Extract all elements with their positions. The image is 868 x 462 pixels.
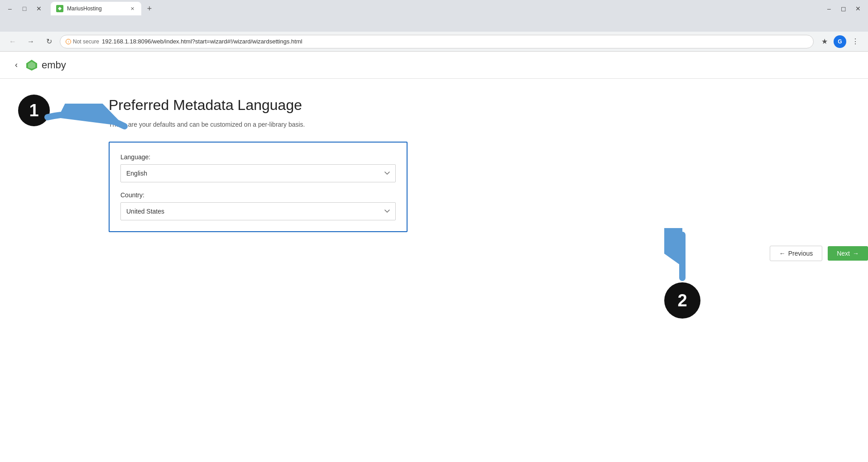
active-tab[interactable]: MariusHosting ✕ [51,2,141,15]
win-close[interactable]: ✕ [852,2,864,15]
tab-bar: – □ ✕ MariusHosting ✕ + – ◻ ✕ [0,0,868,17]
language-select[interactable]: English [120,164,396,182]
user-avatar: G [834,35,846,48]
logo-text: emby [42,59,66,71]
next-button[interactable]: Next → [828,246,868,261]
minimize-button[interactable]: – [4,2,16,15]
language-label: Language: [120,153,396,161]
browser-chrome: – □ ✕ MariusHosting ✕ + – ◻ ✕ [0,0,868,32]
tab-title: MariusHosting [67,5,125,12]
emby-logo-icon [25,59,38,71]
language-group: Language: English [120,153,396,182]
country-group: Country: United States [120,191,396,220]
form-panel: Language: English Country: United States [109,142,408,232]
app-header: ‹ emby [0,52,868,79]
page-title: Preferred Metadata Language [109,97,868,114]
annotation-2: 2 [655,228,710,319]
window-controls: – □ ✕ [4,2,45,15]
url-text: 192.168.1.18:8096/web/index.html?start=w… [102,38,302,45]
app-back-button[interactable]: ‹ [9,58,24,72]
page-content: ‹ emby Preferred Metadata Language These… [0,52,868,462]
logo: emby [25,59,66,71]
previous-arrow-icon: ← [779,250,786,257]
close-button[interactable]: ✕ [33,2,45,15]
back-nav-button[interactable]: ← [5,34,20,49]
new-tab-button[interactable]: + [143,2,156,15]
next-arrow-icon: → [853,250,859,257]
annotation-1: 1 [18,95,177,153]
previous-button[interactable]: ← Previous [770,246,822,261]
browser-toolbar: ← → ↻ ! Not secure 192.168.1.18:8096/web… [0,32,868,52]
warning-icon: ! [66,39,71,44]
annotation-circle-2: 2 [664,282,700,319]
next-label: Next [837,250,850,257]
country-label: Country: [120,191,396,199]
page-subtitle: These are your defaults and can be custo… [109,121,868,128]
annotation-number-1: 1 [29,101,38,120]
country-select[interactable]: United States [120,202,396,220]
svg-marker-0 [58,7,62,10]
buttons-row: ← Previous Next → [109,246,868,261]
previous-label: Previous [788,250,813,257]
win-minimize[interactable]: – [823,2,835,15]
reload-button[interactable]: ↻ [42,34,56,49]
address-bar[interactable]: ! Not secure 192.168.1.18:8096/web/index… [60,35,814,48]
menu-button[interactable]: ⋮ [848,34,863,49]
not-secure-indicator: ! Not secure [66,38,99,45]
annotation-number-2: 2 [677,291,687,310]
tab-favicon [56,5,63,12]
annotation-arrow-1 [43,104,134,149]
win-restore[interactable]: ◻ [837,2,850,15]
svg-text:!: ! [68,40,69,43]
browser-actions: ★ G ⋮ [817,34,863,49]
maximize-button[interactable]: □ [18,2,31,15]
bookmark-button[interactable]: ★ [817,34,832,49]
annotation-arrow-2 [664,228,700,282]
tab-close-button[interactable]: ✕ [129,5,136,12]
forward-nav-button[interactable]: → [24,34,38,49]
